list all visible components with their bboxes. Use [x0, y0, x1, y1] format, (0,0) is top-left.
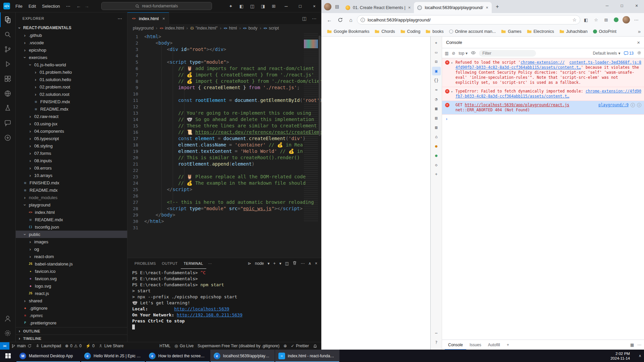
- code-line-6[interactable]: 6 // 🦉 add imports for react and react-d…: [127, 65, 321, 72]
- extensions-icon[interactable]: ⊞: [602, 15, 610, 24]
- code-line-29[interactable]: 29 </body>: [127, 212, 321, 218]
- bookmark-item[interactable]: Coding: [398, 28, 423, 35]
- favorites-icon[interactable]: ☆: [592, 15, 600, 24]
- taskbar-app-3[interactable]: elocalhost:5639/app/playground/ a...: [210, 350, 275, 362]
- testing-icon[interactable]: [0, 101, 15, 116]
- browser-profile-avatar[interactable]: [324, 3, 331, 10]
- tree-folder-.vscode[interactable]: ›.vscode: [16, 39, 127, 46]
- code-line-30[interactable]: 30</html>: [127, 218, 321, 225]
- page-content[interactable]: [321, 37, 430, 350]
- panel-overflow-icon[interactable]: ⋯: [208, 261, 212, 266]
- expand-icon[interactable]: ▸: [451, 89, 453, 94]
- console-filter-input[interactable]: [479, 50, 536, 57]
- code-editor[interactable]: 1<html>2 <body>3 <div id="root"></div>45…: [127, 32, 321, 258]
- sources-panel-icon[interactable]: {}: [432, 76, 441, 85]
- code-line-26[interactable]: 26: [127, 193, 321, 199]
- address-bar[interactable]: i localhost:5639/app/playground/ ☆: [357, 15, 580, 24]
- code-line-17[interactable]: 17 const element = document.createElemen…: [127, 135, 321, 142]
- tree-file-tsconfig.json[interactable]: {}tsconfig.json: [16, 223, 127, 231]
- toggle-sidebar-icon[interactable]: ◧: [237, 2, 246, 10]
- drawer-tab-autofill[interactable]: Autofill: [485, 340, 503, 350]
- console-panel-icon[interactable]: ▣: [432, 67, 441, 75]
- kill-terminal-icon[interactable]: [292, 261, 297, 266]
- tree-folder-02.solution.root[interactable]: ›02.solution.root: [16, 90, 127, 98]
- outline-section[interactable]: › OUTLINE: [16, 327, 127, 335]
- tree-folder-01.solution.hello[interactable]: ›01.solution.hello: [16, 76, 127, 83]
- editor-scrollbar[interactable]: [318, 32, 321, 258]
- console-prompt[interactable]: ›: [442, 115, 644, 124]
- code-line-15[interactable]: 15 // These three lines are similar to c…: [127, 123, 321, 129]
- new-terminal-icon[interactable]: +: [273, 261, 276, 266]
- breadcrumb-item[interactable]: {}"index.html": [190, 26, 218, 31]
- workspaces-icon[interactable]: ▤: [333, 3, 341, 10]
- panel-tab-problems[interactable]: PROBLEMS: [131, 258, 159, 269]
- tree-folder-node_modules[interactable]: ›node_modules: [16, 194, 127, 201]
- code-line-18[interactable]: 18 element.className = 'container' // 💰 …: [127, 142, 321, 148]
- tree-file-logo.svg[interactable]: ◆logo.svg: [16, 282, 127, 290]
- launchpad-status[interactable]: Launchpad: [34, 342, 63, 350]
- more-tools-icon[interactable]: ◇: [432, 161, 441, 169]
- tree-file-README.mdx[interactable]: ▤README.mdx: [16, 216, 127, 223]
- tree-folder-09.errors[interactable]: ›09.errors: [16, 164, 127, 172]
- expand-icon[interactable]: ▸: [451, 60, 453, 65]
- code-line-12[interactable]: 12: [127, 104, 321, 110]
- bookmark-item[interactable]: Games: [499, 28, 524, 35]
- menu-more[interactable]: ⋯: [63, 2, 73, 10]
- tree-folder-04.components[interactable]: ›04.components: [16, 127, 127, 135]
- console-message-0[interactable]: ×content.ts-loader-3ed3668f.js:8▸Refused…: [442, 58, 644, 87]
- remote-indicator[interactable]: ><: [0, 342, 9, 350]
- tree-folder-og[interactable]: ›og: [16, 245, 127, 253]
- browser-close-button[interactable]: ×: [629, 0, 644, 11]
- extension-panel-icon[interactable]: ●: [432, 151, 441, 160]
- copilot-icon[interactable]: ✦: [226, 2, 235, 10]
- code-line-3[interactable]: 3 <div id="root"></div>: [127, 46, 321, 53]
- minimize-button[interactable]: ─: [279, 0, 293, 12]
- devtools-close-icon[interactable]: ×: [637, 40, 640, 45]
- extension-badge-icon[interactable]: [612, 15, 621, 24]
- inspect-icon[interactable]: ⌖: [432, 39, 441, 47]
- tree-file-.gitignore[interactable]: ◆.gitignore: [16, 304, 127, 312]
- explorer-more-icon[interactable]: ⋯: [117, 16, 122, 21]
- devtools-settings-icon[interactable]: [637, 51, 641, 56]
- tree-folder-06.styling[interactable]: ›06.styling: [16, 142, 127, 149]
- menu-edit[interactable]: Edit: [26, 2, 39, 10]
- memory-panel-icon[interactable]: ▦: [432, 104, 441, 113]
- tree-file-README.mdx[interactable]: ▤README.mdx: [16, 105, 127, 113]
- network-request-icon[interactable]: i: [637, 103, 641, 107]
- elements-panel-icon[interactable]: ⊡: [432, 57, 441, 66]
- more-options-icon[interactable]: ⋯: [432, 329, 441, 338]
- code-line-14[interactable]: 14 // 🐨 So go ahead and delete this impl…: [127, 116, 321, 123]
- add-drawer-tab-icon[interactable]: +: [503, 340, 513, 350]
- breadcrumb-item[interactable]: <>index.html: [160, 26, 184, 31]
- maximize-button[interactable]: □: [293, 0, 307, 12]
- refresh-icon[interactable]: [335, 15, 345, 24]
- tree-folder-02.raw-react[interactable]: ›02.raw-react: [16, 113, 127, 120]
- tree-file-babel-standalone.js[interactable]: JSbabel-standalone.js: [16, 260, 127, 267]
- split-terminal-icon[interactable]: ◫: [285, 261, 289, 266]
- bookmark-item[interactable]: Google Bookmarks: [325, 28, 372, 35]
- browser-menu-icon[interactable]: ⋯: [632, 15, 641, 24]
- add-panel-icon[interactable]: +: [432, 170, 441, 179]
- tree-folder-08.inputs[interactable]: ›08.inputs: [16, 157, 127, 164]
- tree-folder-images[interactable]: ›images: [16, 238, 127, 245]
- drawer-tab-console[interactable]: Console: [445, 340, 466, 350]
- code-line-20[interactable]: 20 // This is similar to createRoot().re…: [127, 155, 321, 161]
- live-expression-eye-icon[interactable]: [471, 51, 476, 56]
- tree-file-README.mdx[interactable]: ▤README.mdx: [16, 186, 127, 194]
- bookmark-item[interactable]: Chords: [372, 28, 397, 35]
- remote-explorer-icon[interactable]: [0, 86, 15, 101]
- panel-layout-icon[interactable]: ▦: [630, 343, 634, 347]
- code-line-22[interactable]: 22: [127, 167, 321, 174]
- terminal-dropdown-icon[interactable]: ▾: [279, 261, 281, 266]
- source-control-icon[interactable]: [0, 42, 15, 57]
- close-button[interactable]: ×: [307, 0, 321, 12]
- drawer-tab-issues[interactable]: Issues: [466, 340, 485, 350]
- breadcrumb-item[interactable]: <>body: [243, 26, 258, 31]
- split-screen-icon[interactable]: ◧: [582, 15, 590, 24]
- home-icon[interactable]: ⌂: [346, 15, 356, 24]
- bookmark-item[interactable]: Electronics: [525, 28, 556, 35]
- context-selector[interactable]: top▾: [459, 51, 468, 56]
- taskbar-app-4[interactable]: ‹›index.html - react-fundamentals -...: [275, 350, 339, 362]
- tree-folder-01.js-hello-world[interactable]: ›01.js-hello-world: [16, 61, 127, 68]
- bookmark-item[interactable]: OctoPrint: [591, 28, 619, 35]
